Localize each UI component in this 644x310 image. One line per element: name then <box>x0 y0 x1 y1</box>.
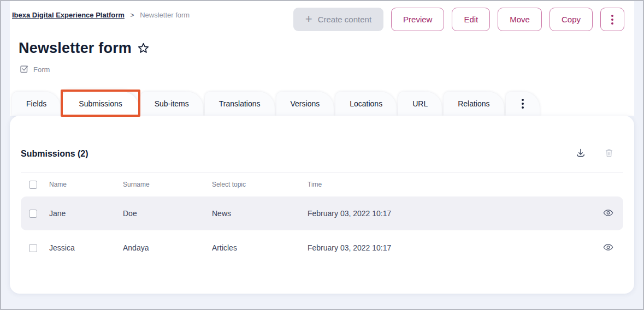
top-bar: Ibexa Digital Experience Platform > News… <box>12 8 632 31</box>
form-content-type-icon <box>20 64 29 75</box>
tab-locations[interactable]: Locations <box>335 92 397 116</box>
tab-label: Relations <box>458 99 489 108</box>
create-content-button[interactable]: + Create content <box>293 8 383 31</box>
page-header: Ibexa Digital Experience Platform > News… <box>10 1 634 116</box>
breadcrumb: Ibexa Digital Experience Platform > News… <box>12 8 190 19</box>
cell-surname: Doe <box>123 209 212 218</box>
plus-icon: + <box>305 13 312 25</box>
download-submissions-button[interactable] <box>575 147 586 160</box>
cell-select-topic: News <box>212 209 308 218</box>
move-button[interactable]: Move <box>498 8 542 31</box>
submissions-panel: Submissions (2) <box>10 116 634 294</box>
page-title: Newsletter form <box>19 40 132 57</box>
cell-name: Jessica <box>49 243 123 252</box>
content-type-row: Form <box>20 64 632 75</box>
copy-button[interactable]: Copy <box>550 8 593 31</box>
tab-label: Fields <box>26 99 46 108</box>
tab-label: Locations <box>350 99 382 108</box>
tab-versions[interactable]: Versions <box>276 92 334 116</box>
star-bookmark-icon[interactable] <box>137 42 150 55</box>
table-row: Jane Doe News February 03, 2022 10:17 <box>21 196 623 230</box>
row-checkbox[interactable] <box>29 210 37 218</box>
cell-name: Jane <box>49 209 123 218</box>
create-content-label: Create content <box>318 15 371 24</box>
tab-label: Sub-items <box>155 99 189 108</box>
breadcrumb-current: Newsletter form <box>140 11 190 19</box>
panel-header: Submissions (2) <box>21 147 623 160</box>
cell-surname: Andaya <box>123 243 212 252</box>
tab-url[interactable]: URL <box>398 92 442 116</box>
select-all-checkbox[interactable] <box>29 181 37 189</box>
table-header-row: Name Surname Select topic Time <box>21 172 623 196</box>
row-checkbox[interactable] <box>29 244 37 252</box>
table-row: Jessica Andaya Articles February 03, 202… <box>21 233 623 263</box>
tab-label: Translations <box>219 99 261 108</box>
title-row: Newsletter form <box>19 40 632 57</box>
view-submission-button[interactable] <box>603 209 613 218</box>
tab-label: Versions <box>291 99 320 108</box>
tab-bar: Fields Submissions Sub-items Translation… <box>12 91 632 116</box>
tab-sub-items[interactable]: Sub-items <box>140 92 203 116</box>
more-options-button[interactable] <box>600 8 624 31</box>
preview-button[interactable]: Preview <box>391 8 444 31</box>
view-submission-button[interactable] <box>603 243 613 253</box>
tab-fields[interactable]: Fields <box>12 92 61 116</box>
tab-more[interactable] <box>506 92 540 116</box>
panel-title: Submissions (2) <box>21 149 88 159</box>
column-header-surname: Surname <box>123 181 212 188</box>
content-type-label: Form <box>33 65 50 74</box>
delete-submissions-button[interactable] <box>604 147 615 160</box>
column-header-time: Time <box>308 181 593 188</box>
action-buttons: + Create content Preview Edit Move Copy <box>293 8 632 31</box>
cell-time: February 03, 2022 10:17 <box>308 209 593 218</box>
tab-label: URL <box>412 99 428 108</box>
tab-label: Submissions <box>79 99 122 108</box>
edit-button[interactable]: Edit <box>452 8 490 31</box>
breadcrumb-separator: > <box>131 11 134 19</box>
panel-toolbar <box>575 147 623 160</box>
cell-select-topic: Articles <box>212 243 308 252</box>
column-header-select-topic: Select topic <box>212 181 308 188</box>
column-header-name: Name <box>49 181 123 188</box>
kebab-menu-icon <box>611 15 613 25</box>
tab-translations[interactable]: Translations <box>205 92 275 116</box>
breadcrumb-root-link[interactable]: Ibexa Digital Experience Platform <box>12 11 125 19</box>
tab-submissions[interactable]: Submissions <box>62 92 138 116</box>
ibexa-admin-screen: Ibexa Digital Experience Platform > News… <box>0 0 644 310</box>
tab-relations[interactable]: Relations <box>444 92 504 116</box>
cell-time: February 03, 2022 10:17 <box>308 243 593 252</box>
kebab-menu-icon <box>522 99 524 109</box>
